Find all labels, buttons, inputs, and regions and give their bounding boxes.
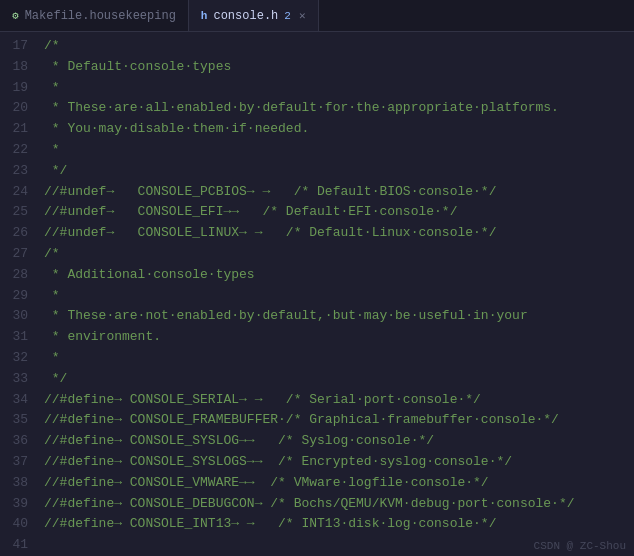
code-line: * Default·console·types (44, 57, 626, 78)
makefile-tab-icon: ⚙ (12, 9, 19, 22)
editor-content: 1718192021222324252627282930313233343536… (0, 32, 634, 556)
line-number: 38 (4, 473, 28, 494)
line-number: 33 (4, 369, 28, 390)
console-tab-label: console.h (213, 9, 278, 23)
code-line: * (44, 78, 626, 99)
line-number: 31 (4, 327, 28, 348)
tab-console-h[interactable]: h console.h 2 ✕ (189, 0, 319, 31)
line-number: 24 (4, 182, 28, 203)
code-line: * These·are·all·enabled·by·default·for·t… (44, 98, 626, 119)
line-number: 34 (4, 390, 28, 411)
code-line: * You·may·disable·them·if·needed. (44, 119, 626, 140)
code-line: * Additional·console·types (44, 265, 626, 286)
line-number: 22 (4, 140, 28, 161)
line-number: 36 (4, 431, 28, 452)
line-number: 27 (4, 244, 28, 265)
line-number: 40 (4, 514, 28, 535)
code-line: //#undef→ CONSOLE_EFI→→ /* Default·EFI·c… (44, 202, 626, 223)
tab-makefile[interactable]: ⚙ Makefile.housekeeping (0, 0, 189, 31)
code-line: /* (44, 244, 626, 265)
line-number: 28 (4, 265, 28, 286)
line-number: 21 (4, 119, 28, 140)
line-number: 20 (4, 98, 28, 119)
line-number: 32 (4, 348, 28, 369)
code-line: */ (44, 369, 626, 390)
line-numbers: 1718192021222324252627282930313233343536… (0, 32, 36, 556)
line-number: 17 (4, 36, 28, 57)
makefile-tab-label: Makefile.housekeeping (25, 9, 176, 23)
line-number: 18 (4, 57, 28, 78)
line-number: 37 (4, 452, 28, 473)
line-number: 29 (4, 286, 28, 307)
line-number: 25 (4, 202, 28, 223)
line-number: 35 (4, 410, 28, 431)
code-line: /* (44, 36, 626, 57)
code-line: //#define→ CONSOLE_FRAMEBUFFER·/* Graphi… (44, 410, 626, 431)
code-area[interactable]: /* * Default·console·types * * These·are… (36, 32, 634, 556)
code-line: //#define→ CONSOLE_VMWARE→→ /* VMware·lo… (44, 473, 626, 494)
code-line: * These·are·not·enabled·by·default,·but·… (44, 306, 626, 327)
code-line: * (44, 140, 626, 161)
watermark: CSDN @ ZC-Shou (534, 540, 626, 552)
line-number: 26 (4, 223, 28, 244)
line-number: 23 (4, 161, 28, 182)
code-line: * environment. (44, 327, 626, 348)
code-line: //#define→ CONSOLE_DEBUGCON→ /* Bochs/QE… (44, 494, 626, 515)
tab-bar: ⚙ Makefile.housekeeping h console.h 2 ✕ (0, 0, 634, 32)
code-line: //#undef→ CONSOLE_PCBIOS→ → /* Default·B… (44, 182, 626, 203)
line-number: 39 (4, 494, 28, 515)
code-line: //#define→ CONSOLE_SYSLOG→→ /* Syslog·co… (44, 431, 626, 452)
code-line: //#define→ CONSOLE_SERIAL→ → /* Serial·p… (44, 390, 626, 411)
code-line: */ (44, 161, 626, 182)
code-line: //#define→ CONSOLE_INT13→ → /* INT13·dis… (44, 514, 626, 535)
line-number: 30 (4, 306, 28, 327)
h-tab-icon: h (201, 10, 208, 22)
line-number: 19 (4, 78, 28, 99)
code-line: * (44, 348, 626, 369)
close-icon[interactable]: ✕ (299, 9, 306, 22)
code-line: * (44, 286, 626, 307)
code-line: //#undef→ CONSOLE_LINUX→ → /* Default·Li… (44, 223, 626, 244)
line-number: 41 (4, 535, 28, 556)
console-tab-badge: 2 (284, 10, 291, 22)
code-line: //#define→ CONSOLE_SYSLOGS→→ /* Encrypte… (44, 452, 626, 473)
